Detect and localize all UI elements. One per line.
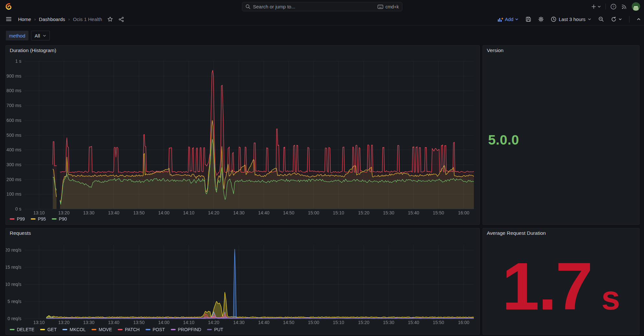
legend-color-chip bbox=[40, 329, 45, 330]
clock-icon bbox=[551, 16, 556, 22]
search-placeholder: Search or jump to... bbox=[253, 4, 377, 9]
legend-label: PATCH bbox=[125, 327, 139, 332]
search-icon bbox=[246, 4, 250, 9]
legend-item-post[interactable]: POST bbox=[146, 327, 165, 332]
chevron-down-icon bbox=[588, 17, 591, 21]
legend-item-move[interactable]: MOVE bbox=[92, 327, 112, 332]
news-button[interactable] bbox=[621, 4, 627, 10]
save-icon bbox=[526, 16, 531, 22]
share-icon[interactable] bbox=[119, 17, 124, 22]
panel-title[interactable]: Average Request Duration bbox=[483, 228, 639, 238]
legend-color-chip bbox=[52, 218, 57, 220]
new-menu-button[interactable] bbox=[591, 4, 601, 9]
search-input[interactable]: Search or jump to... cmd+k bbox=[242, 2, 402, 11]
legend-item-p99[interactable]: P99 bbox=[10, 216, 25, 222]
panel-title[interactable]: Duration (Histogram) bbox=[6, 46, 479, 55]
avg-duration-value: 1.7 bbox=[502, 253, 592, 320]
chevron-up-icon bbox=[637, 17, 641, 21]
legend-color-chip bbox=[207, 329, 212, 330]
legend-item-delete[interactable]: DELETE bbox=[10, 327, 34, 332]
chevron-down-icon bbox=[597, 5, 601, 8]
variable-value: All bbox=[35, 33, 40, 38]
legend-label: PROPFIND bbox=[178, 327, 201, 332]
legend-item-p95[interactable]: P95 bbox=[31, 216, 46, 222]
legend-item-mkcol[interactable]: MKCOL bbox=[62, 327, 86, 332]
legend-label: GET bbox=[47, 327, 57, 332]
panel-title[interactable]: Requests bbox=[6, 228, 479, 238]
save-dashboard-button[interactable] bbox=[526, 16, 531, 22]
search-shortcut: cmd+k bbox=[385, 4, 399, 9]
breadcrumb: Home › Dashboards › Ocis 1 Health bbox=[18, 13, 124, 26]
variables-row: method All bbox=[6, 31, 50, 40]
panel-average-request-duration: Average Request Duration 1.7 s bbox=[483, 228, 639, 335]
zoom-out-icon bbox=[598, 16, 604, 22]
legend-color-chip bbox=[10, 218, 15, 220]
refresh-icon bbox=[611, 16, 617, 22]
chevron-down-icon bbox=[515, 17, 518, 21]
legend-color-chip bbox=[171, 329, 176, 330]
legend-label: MKCOL bbox=[70, 327, 86, 332]
avg-stat-body: 1.7 s bbox=[483, 238, 639, 334]
version-stat-body: 5.0.0 bbox=[483, 55, 639, 224]
refresh-button[interactable] bbox=[611, 16, 622, 22]
panel-title[interactable]: Version bbox=[483, 46, 639, 55]
requests-legend: DELETEGETMKCOLMOVEPATCHPOSTPROPFINDPUT bbox=[10, 327, 229, 332]
panel-duration-histogram: Duration (Histogram) P99P95P90 bbox=[5, 45, 480, 225]
avatar-image bbox=[633, 7, 639, 11]
legend-label: P99 bbox=[17, 216, 25, 222]
legend-color-chip bbox=[118, 329, 123, 330]
top-nav: Search or jump to... cmd+k ? bbox=[0, 0, 644, 13]
add-button-label: Add bbox=[505, 16, 514, 22]
gear-icon bbox=[538, 16, 544, 22]
legend-label: PUT bbox=[214, 327, 223, 332]
time-range-picker[interactable]: Last 3 hours bbox=[551, 16, 591, 22]
breadcrumb-current: Ocis 1 Health bbox=[73, 16, 102, 22]
legend-item-patch[interactable]: PATCH bbox=[118, 327, 139, 332]
legend-label: MOVE bbox=[99, 327, 112, 332]
legend-label: P95 bbox=[38, 216, 46, 222]
legend-item-get[interactable]: GET bbox=[40, 327, 57, 332]
duration-chart[interactable] bbox=[6, 55, 479, 217]
breadcrumb-home[interactable]: Home bbox=[18, 16, 31, 22]
variable-value-dropdown[interactable]: All bbox=[31, 31, 50, 40]
plus-icon bbox=[591, 4, 596, 9]
user-avatar[interactable] bbox=[632, 2, 640, 11]
svg-text:?: ? bbox=[613, 5, 615, 8]
breadcrumb-dashboards[interactable]: Dashboards bbox=[39, 16, 65, 22]
chevron-down-icon[interactable] bbox=[618, 17, 622, 21]
favorite-star-icon[interactable] bbox=[107, 16, 113, 22]
legend-color-chip bbox=[146, 329, 150, 330]
legend-label: P90 bbox=[59, 216, 67, 222]
breadcrumb-separator: › bbox=[68, 17, 70, 22]
dashboard-settings-button[interactable] bbox=[538, 16, 544, 22]
legend-label: DELETE bbox=[17, 327, 34, 332]
help-button[interactable]: ? bbox=[610, 4, 617, 10]
zoom-out-button[interactable] bbox=[598, 16, 604, 22]
variable-label-method[interactable]: method bbox=[6, 31, 28, 40]
avg-duration-unit: s bbox=[601, 281, 620, 315]
rss-icon bbox=[621, 4, 627, 10]
collapse-toolbar-button[interactable] bbox=[637, 17, 641, 21]
legend-item-p90[interactable]: P90 bbox=[52, 216, 67, 222]
divider bbox=[629, 16, 629, 23]
hamburger-icon bbox=[6, 16, 12, 22]
duration-legend: P99P95P90 bbox=[10, 216, 73, 222]
legend-color-chip bbox=[62, 329, 67, 330]
legend-item-put[interactable]: PUT bbox=[207, 327, 223, 332]
requests-chart[interactable] bbox=[6, 241, 479, 329]
legend-color-chip bbox=[10, 329, 15, 330]
version-value: 5.0.0 bbox=[483, 132, 519, 148]
add-button[interactable]: Add bbox=[497, 16, 519, 22]
add-panel-icon bbox=[497, 17, 503, 22]
chevron-down-icon bbox=[43, 34, 46, 38]
legend-label: POST bbox=[153, 327, 165, 332]
breadcrumb-separator: › bbox=[34, 17, 36, 22]
grafana-logo-icon[interactable] bbox=[5, 3, 12, 10]
grafana-dashboard: Search or jump to... cmd+k ? bbox=[0, 0, 644, 336]
divider bbox=[606, 4, 606, 9]
legend-item-propfind[interactable]: PROPFIND bbox=[171, 327, 201, 332]
dashboard-toolbar: Home › Dashboards › Ocis 1 Health Add bbox=[0, 13, 644, 26]
menu-toggle-button[interactable] bbox=[6, 16, 12, 22]
panel-version: Version 5.0.0 bbox=[483, 45, 639, 225]
legend-color-chip bbox=[31, 218, 36, 220]
